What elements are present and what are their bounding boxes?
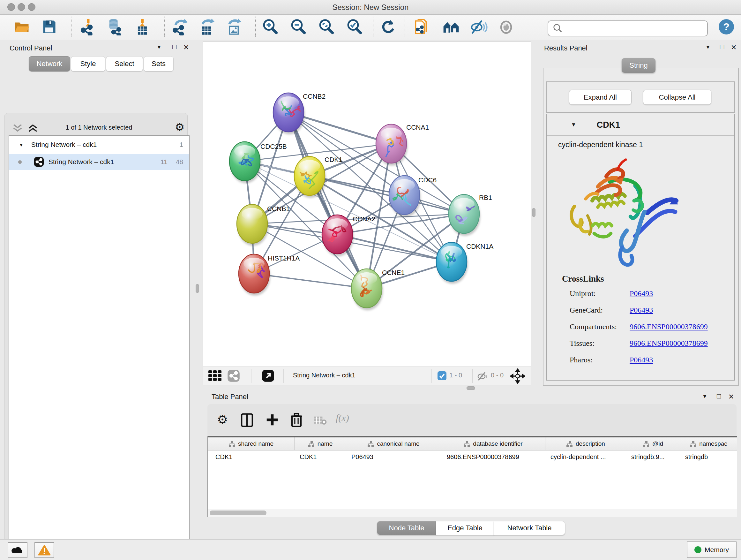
- refresh-button[interactable]: [379, 17, 397, 37]
- export-table-button[interactable]: [198, 17, 216, 37]
- network-canvas[interactable]: CCNB2CCNA1CDC25BCDK1CDC6RB1CCNB1CCNA2CDK…: [203, 42, 531, 367]
- tree-expand-icon[interactable]: ▼: [19, 142, 23, 147]
- tab-select[interactable]: Select: [106, 56, 143, 71]
- export-image-button[interactable]: [225, 17, 243, 37]
- open-in-new-window-icon[interactable]: [262, 369, 274, 382]
- results-panel-collapse-icon[interactable]: ▼: [705, 44, 711, 51]
- cell-description[interactable]: cyclin-dependent ...: [545, 450, 626, 463]
- results-panel-close-icon[interactable]: ✕: [731, 44, 737, 52]
- cell-canonical-name[interactable]: P06493: [346, 450, 441, 463]
- crosslink-value-link[interactable]: 9606.ENSP00000378699: [630, 322, 708, 331]
- node-CCNB2[interactable]: CCNB2: [273, 92, 326, 134]
- string-eye-button[interactable]: [497, 17, 515, 37]
- cell-namespace[interactable]: stringdb: [680, 450, 737, 463]
- import-network-database-button[interactable]: [105, 17, 123, 37]
- open-session-button[interactable]: [13, 17, 30, 37]
- crosslink-value-link[interactable]: P06493: [630, 306, 653, 314]
- window-zoom-button[interactable]: [28, 3, 36, 11]
- left-divider-handle[interactable]: [196, 284, 199, 293]
- zoom-out-button[interactable]: [289, 17, 307, 37]
- selected-checkbox-icon[interactable]: [437, 371, 447, 381]
- bottom-divider-handle[interactable]: [467, 386, 475, 390]
- column-header[interactable]: description: [545, 437, 626, 450]
- column-header[interactable]: name: [294, 437, 346, 450]
- search-field[interactable]: [548, 20, 708, 37]
- tab-style[interactable]: Style: [71, 56, 105, 71]
- search-input[interactable]: [565, 24, 707, 33]
- collapse-all-chevron-icon[interactable]: [11, 123, 23, 133]
- node-CDKN1A[interactable]: CDKN1A: [436, 242, 493, 284]
- string-export-button[interactable]: [413, 17, 431, 37]
- control-panel-float-icon[interactable]: □: [172, 43, 177, 51]
- edge-CCNB2-CCNE1[interactable]: [288, 112, 367, 288]
- cloud-status-button[interactable]: [8, 542, 27, 558]
- tab-edge-table[interactable]: Edge Table: [436, 521, 494, 535]
- node-CDC25B[interactable]: CDC25B: [229, 142, 287, 183]
- cell-id[interactable]: stringdb:9...: [626, 450, 680, 463]
- scrollbar-thumb[interactable]: [210, 510, 266, 515]
- results-panel-float-icon[interactable]: □: [720, 43, 724, 51]
- string-hide-glass-button[interactable]: [470, 17, 488, 37]
- string-home-button[interactable]: [442, 17, 460, 37]
- edge-CCNA2-CDKN1A[interactable]: [337, 234, 452, 262]
- tab-string[interactable]: String: [622, 58, 656, 73]
- import-table-button[interactable]: [133, 17, 151, 37]
- network-row-selected[interactable]: String Network – cdk1 11 48: [9, 154, 189, 170]
- node-RB1[interactable]: RB1: [449, 194, 492, 236]
- tab-network[interactable]: Network: [29, 56, 70, 71]
- help-button[interactable]: ?: [718, 17, 735, 37]
- right-divider-handle[interactable]: [532, 208, 536, 217]
- column-header[interactable]: shared name: [208, 437, 294, 450]
- show-columns-icon[interactable]: [241, 413, 253, 427]
- crosslink-value-link[interactable]: P06493: [630, 356, 653, 364]
- column-header[interactable]: database identifier: [441, 437, 545, 450]
- collapse-all-button[interactable]: Collapse All: [643, 90, 711, 105]
- column-header[interactable]: canonical name: [346, 437, 441, 450]
- warnings-button[interactable]: [35, 542, 54, 558]
- pan-crosshair-icon[interactable]: [510, 368, 525, 384]
- export-network-button[interactable]: [171, 17, 189, 37]
- network-collection-row[interactable]: ▼ String Network – cdk1 1: [9, 137, 189, 152]
- expand-all-chevron-icon[interactable]: [27, 123, 39, 133]
- network-view-share-icon[interactable]: [227, 369, 240, 382]
- network-list-gear-icon[interactable]: ⚙: [175, 121, 185, 133]
- table-horizontal-scrollbar[interactable]: [208, 509, 737, 517]
- node-CCNE1[interactable]: CCNE1: [351, 269, 405, 310]
- node-CDC6[interactable]: CDC6: [386, 176, 436, 217]
- table-settings-gear-icon[interactable]: ⚙: [217, 413, 228, 427]
- table-panel-float-icon[interactable]: □: [717, 392, 721, 400]
- crosslink-value-link[interactable]: 9606.ENSP00000378699: [630, 339, 708, 348]
- grid-view-icon[interactable]: [208, 370, 222, 381]
- memory-button[interactable]: Memory: [687, 542, 737, 558]
- tab-network-table[interactable]: Network Table: [494, 521, 565, 535]
- table-row[interactable]: CDK1 CDK1 P06493 9606.ENSP00000378699 cy…: [208, 450, 737, 463]
- import-network-file-button[interactable]: [78, 17, 96, 37]
- expand-all-button[interactable]: Expand All: [569, 90, 631, 105]
- save-session-button[interactable]: [40, 17, 58, 37]
- window-close-button[interactable]: [7, 3, 15, 11]
- delete-column-icon[interactable]: [290, 413, 303, 427]
- crosslink-value-link[interactable]: P06493: [630, 289, 653, 298]
- node-CCNA1[interactable]: CCNA1: [376, 124, 429, 166]
- table-panel-collapse-icon[interactable]: ▼: [702, 393, 708, 400]
- tab-node-table[interactable]: Node Table: [377, 521, 436, 535]
- column-header[interactable]: @id: [626, 437, 680, 450]
- cell-database-identifier[interactable]: 9606.ENSP00000378699: [441, 450, 545, 463]
- edge-HIST1H1A-CCNE1[interactable]: [254, 273, 367, 288]
- hidden-eye-icon[interactable]: [477, 371, 488, 381]
- control-panel-close-icon[interactable]: ✕: [183, 44, 189, 52]
- section-collapse-icon[interactable]: ▼: [571, 122, 576, 128]
- zoom-in-button[interactable]: [261, 17, 279, 37]
- table-panel-close-icon[interactable]: ✕: [728, 393, 734, 401]
- zoom-fit-button[interactable]: [317, 17, 335, 37]
- window-minimize-button[interactable]: [17, 3, 25, 11]
- zoom-selected-button[interactable]: [345, 17, 363, 37]
- add-column-icon[interactable]: [266, 413, 279, 427]
- node-HIST1H1A[interactable]: HIST1H1A: [239, 254, 300, 296]
- cdk1-section-header[interactable]: ▼ CDK1: [547, 114, 734, 136]
- edge-CDK1-RB1[interactable]: [310, 176, 464, 214]
- tab-sets[interactable]: Sets: [144, 56, 174, 71]
- control-panel-collapse-icon[interactable]: ▼: [156, 44, 162, 51]
- network-graph[interactable]: CCNB2CCNA1CDC25BCDK1CDC6RB1CCNB1CCNA2CDK…: [203, 42, 531, 367]
- cell-name[interactable]: CDK1: [294, 450, 346, 463]
